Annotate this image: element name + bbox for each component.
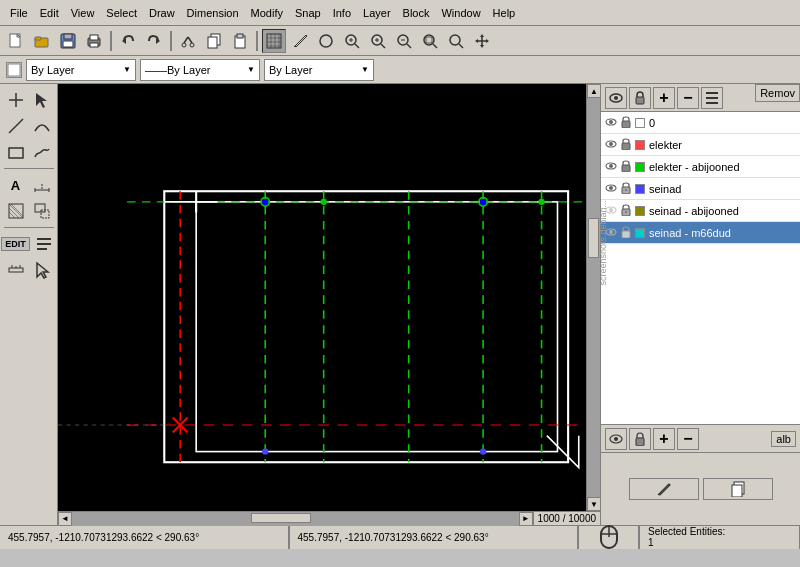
layer-item-seinad-abijooned[interactable]: seinad - abijooned	[601, 200, 800, 222]
freehand-btn[interactable]	[30, 140, 54, 164]
menu-draw[interactable]: Draw	[143, 0, 181, 25]
menu-help[interactable]: Help	[487, 0, 522, 25]
svg-point-107	[609, 120, 613, 124]
layer-item-elekter-abijooned[interactable]: elekter - abijooned	[601, 156, 800, 178]
edit-attributes-btn[interactable]	[32, 232, 56, 256]
save-btn[interactable]	[56, 29, 80, 53]
svg-point-90	[480, 448, 486, 454]
content-area: A EDIT	[0, 84, 800, 525]
hatch-btn[interactable]	[4, 199, 28, 223]
line-btn[interactable]	[4, 114, 28, 138]
copy-btn[interactable]	[202, 29, 226, 53]
open-btn[interactable]	[30, 29, 54, 53]
layer-settings-btn[interactable]	[701, 87, 723, 109]
props-lock-btn[interactable]	[629, 428, 651, 450]
zoom-out-btn[interactable]	[392, 29, 416, 53]
svg-rect-6	[63, 41, 73, 47]
props-pencil-btn[interactable]	[629, 478, 699, 500]
pencil-btn[interactable]	[288, 29, 312, 53]
menu-block[interactable]: Block	[397, 0, 436, 25]
v-scroll-up-btn[interactable]: ▲	[587, 84, 600, 98]
move-btn[interactable]	[470, 29, 494, 53]
linetype-dropdown[interactable]: ——By Layer ▼	[140, 59, 260, 81]
zoom-in-btn[interactable]	[366, 29, 390, 53]
undo-btn[interactable]	[116, 29, 140, 53]
props-add-btn[interactable]: +	[653, 428, 675, 450]
linetype-value: ——By Layer	[145, 64, 210, 76]
remove-btn[interactable]: Remov	[755, 84, 800, 102]
menu-edit[interactable]: Edit	[34, 0, 65, 25]
select-btn[interactable]	[30, 88, 54, 112]
color-picker-btn[interactable]	[6, 62, 22, 78]
menu-dimension[interactable]: Dimension	[181, 0, 245, 25]
h-scroll-track[interactable]	[72, 512, 519, 526]
svg-point-116	[609, 186, 613, 190]
svg-rect-108	[622, 121, 630, 128]
svg-point-29	[320, 35, 332, 47]
edit-label-area: EDIT	[1, 232, 56, 256]
new-btn[interactable]	[4, 29, 28, 53]
cut-btn[interactable]	[176, 29, 200, 53]
sep3	[256, 31, 258, 51]
circle-btn[interactable]	[314, 29, 338, 53]
h-scroll-left-btn[interactable]: ◄	[58, 512, 72, 526]
v-scroll-track[interactable]	[587, 98, 600, 497]
paste-btn[interactable]	[228, 29, 252, 53]
canvas-wrapper: ▲ ▼ ◄ ► 1000 / 10000	[58, 84, 600, 525]
layer-item-seinad[interactable]: seinad	[601, 178, 800, 200]
linetype-arrow: ▼	[247, 65, 255, 74]
zoom-prev-btn[interactable]	[444, 29, 468, 53]
layer-dropdown[interactable]: By Layer ▼	[26, 59, 136, 81]
menu-file[interactable]: File	[4, 0, 34, 25]
layer-lock-btn[interactable]	[629, 87, 651, 109]
props-remove-btn[interactable]: −	[677, 428, 699, 450]
svg-line-14	[184, 37, 188, 43]
grid-btn[interactable]	[262, 29, 286, 53]
text-btn[interactable]: A	[4, 173, 28, 197]
svg-marker-76	[37, 263, 48, 278]
props-copy-btn[interactable]	[703, 478, 773, 500]
props-visible-btn[interactable]	[605, 428, 627, 450]
menu-window[interactable]: Window	[435, 0, 486, 25]
h-scroll-thumb[interactable]	[251, 513, 311, 523]
v-scroll-thumb[interactable]	[588, 218, 599, 258]
layer-visible-toggle[interactable]	[605, 87, 627, 109]
menu-layer[interactable]: Layer	[357, 0, 397, 25]
layer-name-seinad-abi: seinad - abijooned	[649, 205, 739, 217]
menu-info[interactable]: Info	[327, 0, 357, 25]
crosshair-btn[interactable]	[4, 88, 28, 112]
layer-item-0[interactable]: 0	[601, 112, 800, 134]
v-scroll-down-btn[interactable]: ▼	[587, 497, 600, 511]
layer-visible-icon-seinad-m66	[605, 227, 617, 239]
v-scrollbar[interactable]: ▲ ▼	[586, 84, 600, 511]
redo-btn[interactable]	[142, 29, 166, 53]
svg-point-12	[182, 43, 186, 47]
rectangle-btn[interactable]	[4, 140, 28, 164]
layer-item-elekter[interactable]: elekter	[601, 134, 800, 156]
alb-label: alb	[771, 431, 796, 447]
measure-btn[interactable]	[4, 258, 28, 282]
layer-item-seinad-m66dud[interactable]: seinad - m66dud	[601, 222, 800, 244]
menu-modify[interactable]: Modify	[245, 0, 289, 25]
print-btn[interactable]	[82, 29, 106, 53]
zoom-all-btn[interactable]	[418, 29, 442, 53]
pointer-tool-btn[interactable]	[30, 258, 54, 282]
layer-add-btn[interactable]: +	[653, 87, 675, 109]
zoom-window-btn[interactable]	[340, 29, 364, 53]
svg-point-127	[614, 437, 618, 441]
arc-btn[interactable]	[30, 114, 54, 138]
props-header: + − alb	[601, 425, 800, 453]
menu-view[interactable]: View	[65, 0, 101, 25]
svg-marker-129	[658, 484, 670, 495]
layer-remove-btn[interactable]: −	[677, 87, 699, 109]
coord1-value: 455.7957, -1210.7073	[8, 532, 106, 543]
dimension-btn[interactable]	[30, 173, 54, 197]
menu-snap[interactable]: Snap	[289, 0, 327, 25]
h-scroll-right-btn[interactable]: ►	[519, 512, 533, 526]
menu-select[interactable]: Select	[100, 0, 143, 25]
tool-row-4: A	[4, 173, 54, 197]
insert-btn[interactable]	[30, 199, 54, 223]
lineweight-dropdown[interactable]: By Layer ▼	[264, 59, 374, 81]
layer-name-0: 0	[649, 117, 655, 129]
canvas[interactable]: ▲ ▼	[58, 84, 600, 511]
